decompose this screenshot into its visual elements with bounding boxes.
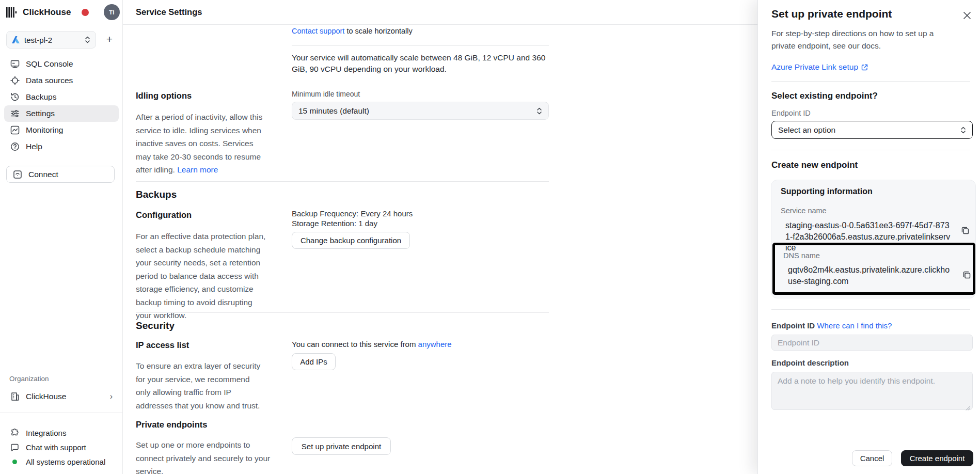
system-status-label: All systems operational <box>26 457 105 466</box>
sidebar-item-data-sources[interactable]: Data sources <box>4 72 119 89</box>
sidebar-item-label: Backups <box>26 92 56 102</box>
chevron-updown-icon <box>85 36 90 43</box>
chevron-updown-icon <box>536 107 542 115</box>
supporting-information-card: Supporting information Service name stag… <box>771 180 976 298</box>
app-title: ClickHouse <box>23 7 71 18</box>
chat-bubble-icon <box>10 443 19 452</box>
connect-from-line: You can connect to this service from any… <box>292 340 452 349</box>
anywhere-link[interactable]: anywhere <box>418 340 452 349</box>
service-name-label: Service name <box>781 207 827 215</box>
divider <box>136 312 549 313</box>
endpoint-description-label: Endpoint description <box>771 358 849 367</box>
change-backup-configuration-button[interactable]: Change backup configuration <box>292 232 410 249</box>
sidebar-item-monitoring[interactable]: Monitoring <box>4 122 119 138</box>
sidebar-divider <box>0 413 123 413</box>
connect-button[interactable]: Connect <box>6 166 115 183</box>
dns-name-value: gqtv8o2m4k.eastus.privatelink.azure.clic… <box>788 264 953 287</box>
create-new-endpoint-title: Create new endpoint <box>771 160 858 170</box>
idle-timeout-value: 15 minutes (default) <box>298 106 369 116</box>
sidebar-item-settings[interactable]: Settings <box>4 105 119 122</box>
sidebar-item-label: Chat with support <box>26 443 86 452</box>
organization-name: ClickHouse <box>26 392 66 401</box>
service-name: test-pl-2 <box>24 36 85 44</box>
sidebar-item-sql-console[interactable]: SQL Console <box>4 56 119 72</box>
scale-horizontally-line: Contact support to scale horizontally <box>292 27 413 35</box>
user-avatar[interactable]: TI <box>104 4 120 20</box>
organization-label: Organization <box>9 375 49 383</box>
where-find-link[interactable]: Where can I find this? <box>817 321 892 330</box>
page-header: Service Settings <box>123 0 757 25</box>
drawer-divider <box>771 150 970 150</box>
setup-private-endpoint-button[interactable]: Set up private endpoint <box>292 437 391 455</box>
organization-building-icon <box>10 392 20 401</box>
cancel-button[interactable]: Cancel <box>852 450 892 466</box>
drawer-intro-text: For step-by-step directions on how to se… <box>771 27 950 52</box>
azure-link-label: Azure Private Link setup <box>771 62 858 72</box>
select-existing-endpoint-title: Select existing endpoint? <box>771 91 878 101</box>
sidebar-item-backups[interactable]: Backups <box>4 89 119 105</box>
sidebar-item-chat-support[interactable]: Chat with support <box>4 440 119 454</box>
create-endpoint-button[interactable]: Create endpoint <box>901 450 973 466</box>
page-title: Service Settings <box>136 7 202 17</box>
service-selector[interactable]: test-pl-2 <box>6 31 96 49</box>
supporting-information-title: Supporting information <box>781 187 873 196</box>
sidebar-item-integrations[interactable]: Integrations <box>4 425 119 440</box>
sidebar-item-label: Integrations <box>26 429 66 437</box>
sidebar-item-label: Monitoring <box>26 125 63 135</box>
add-service-button[interactable]: + <box>102 32 117 46</box>
notification-dot[interactable] <box>82 9 89 16</box>
backup-frequency-text: Backup Frequency: Every 24 hours <box>292 209 413 218</box>
sidebar-item-system-status[interactable]: All systems operational <box>4 454 119 469</box>
divider <box>136 181 549 182</box>
backups-section-title: Backups <box>136 189 177 200</box>
idle-timeout-select[interactable]: 15 minutes (default) <box>292 102 549 120</box>
idle-timeout-label: Minimum idle timeout <box>292 90 360 98</box>
data-sources-icon <box>10 76 20 85</box>
security-section-title: Security <box>136 320 175 331</box>
drawer-divider <box>771 81 970 82</box>
existing-endpoint-id-label: Endpoint ID <box>771 109 811 117</box>
azure-private-link-setup-link[interactable]: Azure Private Link setup <box>771 62 868 72</box>
external-link-icon <box>861 64 868 71</box>
azure-icon <box>12 36 20 43</box>
storage-retention-text: Storage Retention: 1 day <box>292 219 377 228</box>
dns-name-label: DNS name <box>783 251 820 260</box>
add-ips-button[interactable]: Add IPs <box>292 353 336 370</box>
private-endpoints-title: Private endpoints <box>136 420 207 430</box>
drawer-title: Set up private endpoint <box>771 8 892 20</box>
endpoint-description-textarea[interactable] <box>771 372 973 410</box>
contact-support-link[interactable]: Contact support <box>292 27 344 35</box>
divider <box>292 45 549 46</box>
chevron-right-icon: › <box>110 392 113 401</box>
backups-history-icon <box>10 92 20 102</box>
sql-console-icon <box>10 59 20 69</box>
sidebar-item-label: Help <box>26 142 42 151</box>
organization-switcher[interactable]: ClickHouse › <box>4 388 119 405</box>
idling-description: After a period of inactivity, allow this… <box>136 110 266 177</box>
sidebar-item-label: Settings <box>26 109 55 118</box>
sidebar-item-help[interactable]: Help <box>4 138 119 155</box>
ip-access-list-title: IP access list <box>136 340 189 350</box>
existing-endpoint-select[interactable]: Select an option <box>771 121 973 139</box>
dns-name-highlight-box: DNS name gqtv8o2m4k.eastus.privatelink.a… <box>772 243 975 295</box>
connect-icon <box>13 170 22 179</box>
ip-access-description: To ensure an extra layer of security for… <box>136 359 266 412</box>
close-icon[interactable] <box>961 10 973 21</box>
setup-private-endpoint-drawer: Set up private endpoint For step-by-step… <box>757 0 980 474</box>
status-green-dot-icon <box>12 460 17 464</box>
main-content: Service Settings Contact support to scal… <box>123 0 757 474</box>
clickhouse-console: ClickHouse TI test-pl-2 + SQL Console Da… <box>0 0 980 474</box>
copy-icon[interactable] <box>962 270 972 280</box>
copy-icon[interactable] <box>960 226 970 235</box>
connect-from-prefix: You can connect to this service from <box>292 340 416 349</box>
chevron-updown-icon <box>960 127 966 134</box>
sidebar-nav: SQL Console Data sources Backups Setting… <box>4 56 119 155</box>
idling-options-title: Idling options <box>136 91 192 101</box>
endpoint-id-row: Endpoint ID Where can I find this? <box>771 321 892 330</box>
logo-row: ClickHouse TI <box>6 4 117 21</box>
integrations-puzzle-icon <box>10 429 19 437</box>
endpoint-id-input[interactable] <box>771 335 973 351</box>
learn-more-link[interactable]: Learn more <box>177 165 218 174</box>
sidebar-item-label: SQL Console <box>26 59 73 69</box>
clickhouse-logo-icon <box>6 7 18 18</box>
